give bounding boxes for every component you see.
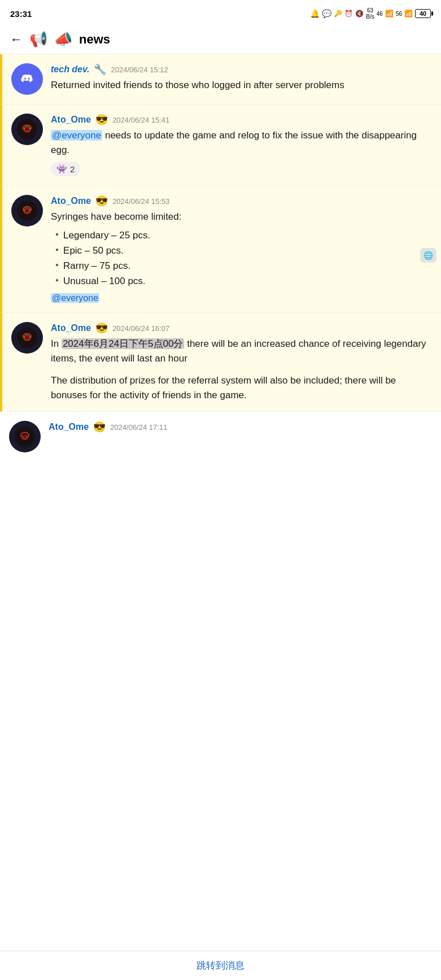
mute-icon: 🔇 [355, 10, 364, 18]
jump-label: 跳转到消息 [197, 960, 244, 971]
back-button[interactable]: ← [10, 32, 23, 47]
message-content: tech dev. 🔧 2024/06/24 15:12 Returned in… [51, 63, 432, 93]
badge-emoji: 😎 [95, 195, 108, 207]
message-text: Syringes have become limited: [51, 210, 432, 224]
svg-point-12 [23, 435, 27, 438]
wechat-icon: 💬 [322, 9, 331, 18]
page-header: ← 📢 📣 news [0, 25, 441, 54]
message-list: tech dev. 🔧 2024/06/24 15:12 Returned in… [0, 54, 441, 486]
key-icon: 🔑 [334, 10, 342, 18]
message-header: Ato_Ome 😎 2024/06/24 15:53 [51, 195, 432, 207]
username: Ato_Ome [51, 323, 91, 333]
svg-point-3 [25, 128, 29, 130]
message-header: tech dev. 🔧 2024/06/24 15:12 [51, 63, 432, 76]
bullet-item: ● Legendary – 25 pcs. [55, 228, 432, 243]
network-speed: 63B/s [366, 7, 374, 20]
avatar [11, 322, 43, 354]
badge-emoji: 😎 [95, 114, 108, 126]
bullet-dot: ● [55, 260, 59, 269]
message-text: Returned invited friends to those who lo… [51, 78, 432, 93]
bullet-item: ● Rarny – 75 pcs. [55, 258, 432, 273]
svg-point-6 [25, 209, 29, 212]
message-paragraph: The distribution of prizes for the refer… [51, 373, 432, 402]
message-header: Ato_Ome 😎 2024/06/24 17:11 [49, 421, 432, 433]
message-content: Ato_Ome 😎 2024/06/24 15:41 @everyone nee… [51, 114, 432, 176]
message-content: Ato_Ome 😎 2024/06/24 16:07 In 2024年6月24日… [51, 322, 432, 402]
avatar [11, 114, 43, 145]
signal-bar2: 📶 [404, 10, 413, 18]
timestamp: 2024/06/24 15:12 [111, 66, 168, 74]
page-title: news [79, 32, 110, 47]
avatar [9, 421, 41, 452]
bullet-item: ● Epic – 50 pcs. [55, 243, 432, 258]
timestamp: 2024/06/24 15:53 [112, 197, 169, 206]
message-text: @everyone needs to update the game and r… [51, 128, 432, 157]
bullet-text: Rarny – 75 pcs. [63, 258, 130, 273]
reaction-count: 2 [70, 164, 75, 174]
signal-4g: 46 [377, 11, 383, 17]
svg-point-9 [25, 337, 29, 339]
message-item: Ato_Ome 😎 2024/06/24 15:53 Syringes have… [0, 186, 441, 313]
status-bar: 23:31 🔔 💬 🔑 ⏰ 🔇 63B/s 46 📶 56 📶 40 [0, 0, 441, 25]
megaphone-icon-1: 📢 [29, 31, 47, 48]
message-content: Ato_Ome 😎 2024/06/24 15:53 Syringes have… [51, 195, 432, 303]
bullet-dot: ● [55, 230, 59, 239]
reaction-emoji: 👾 [56, 164, 67, 174]
megaphone-icon-2: 📣 [54, 31, 72, 48]
battery-indicator: 40 [415, 9, 431, 18]
message-header: Ato_Ome 😎 2024/06/24 15:41 [51, 114, 432, 126]
translate-icon: 🌐 [423, 251, 433, 260]
text-before-highlight: In [51, 338, 62, 349]
avatar [11, 195, 43, 227]
reaction-row: 👾 2 [51, 162, 432, 176]
highlighted-date: 2024年6月24日下午5点00分 [62, 338, 185, 349]
notification-icon: 🔔 [310, 9, 320, 18]
message-content: Ato_Ome 😎 2024/06/24 17:11 [49, 421, 432, 435]
avatar [11, 63, 43, 95]
message-text: In 2024年6月24日下午5点00分 there will be an in… [51, 337, 432, 365]
message-item-partial: Ato_Ome 😎 2024/06/24 17:11 [0, 412, 441, 486]
message-item: Ato_Ome 😎 2024/06/24 15:41 @everyone nee… [0, 104, 441, 186]
bullet-dot: ● [55, 245, 59, 254]
message-item: tech dev. 🔧 2024/06/24 15:12 Returned in… [0, 54, 441, 104]
timestamp: 2024/06/24 16:07 [112, 324, 169, 333]
badge-emoji: 😎 [95, 322, 108, 334]
alarm-icon: ⏰ [344, 10, 353, 18]
bullet-text: Epic – 50 pcs. [63, 243, 124, 258]
reaction-badge[interactable]: 👾 2 [51, 162, 80, 176]
status-icons: 🔔 💬 🔑 ⏰ 🔇 63B/s 46 📶 56 📶 40 [310, 7, 431, 20]
username: Ato_Ome [49, 422, 89, 432]
signal-56: 56 [396, 11, 402, 17]
message-item: Ato_Ome 😎 2024/06/24 16:07 In 2024年6月24日… [0, 313, 441, 412]
mention-everyone: @everyone [51, 130, 102, 141]
badge-emoji: 😎 [93, 421, 106, 433]
bullet-list: ● Legendary – 25 pcs. ● Epic – 50 pcs. ●… [55, 228, 432, 289]
username: tech dev. [51, 64, 89, 75]
timestamp: 2024/06/24 17:11 [110, 423, 167, 432]
bullet-text: Unusual – 100 pcs. [63, 273, 146, 289]
status-time: 23:31 [10, 9, 32, 19]
message-body: needs to update the game and relog to fi… [51, 130, 417, 155]
message-header: Ato_Ome 😎 2024/06/24 16:07 [51, 322, 432, 334]
signal-bar1: 📶 [385, 10, 394, 18]
bullet-dot: ● [55, 276, 59, 285]
badge-emoji: 🔧 [94, 63, 106, 76]
bullet-item: ● Unusual – 100 pcs. [55, 273, 432, 289]
jump-to-message-footer[interactable]: 跳转到消息 [0, 951, 441, 980]
username: Ato_Ome [51, 196, 91, 206]
translate-button[interactable]: 🌐 [420, 248, 436, 263]
mention-everyone-end: @everyone [51, 293, 99, 303]
timestamp: 2024/06/24 15:41 [112, 116, 169, 124]
bullet-text: Legendary – 25 pcs. [63, 228, 150, 243]
username: Ato_Ome [51, 115, 91, 125]
